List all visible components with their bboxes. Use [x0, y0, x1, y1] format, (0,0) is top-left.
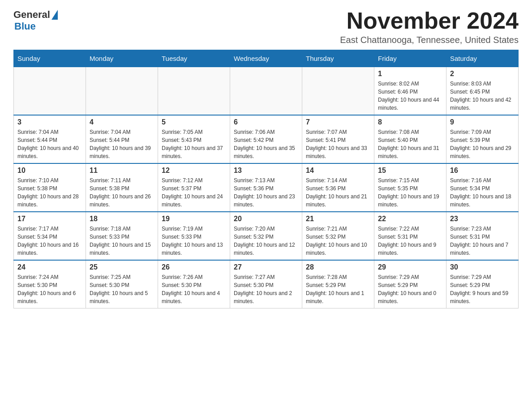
- table-row: [158, 67, 230, 116]
- day-info: Sunrise: 7:27 AM Sunset: 5:30 PM Dayligh…: [234, 273, 298, 305]
- table-row: 17Sunrise: 7:17 AM Sunset: 5:34 PM Dayli…: [14, 212, 86, 260]
- title-area: November 2024 East Chattanooga, Tennesse…: [340, 9, 519, 45]
- day-number: 28: [306, 263, 370, 271]
- calendar-week-5: 24Sunrise: 7:24 AM Sunset: 5:30 PM Dayli…: [14, 260, 519, 308]
- day-info: Sunrise: 7:04 AM Sunset: 5:44 PM Dayligh…: [17, 128, 82, 160]
- day-info: Sunrise: 7:22 AM Sunset: 5:31 PM Dayligh…: [378, 225, 442, 257]
- table-row: 20Sunrise: 7:20 AM Sunset: 5:32 PM Dayli…: [230, 212, 302, 260]
- day-number: 20: [234, 215, 298, 223]
- day-info: Sunrise: 7:06 AM Sunset: 5:42 PM Dayligh…: [234, 128, 298, 160]
- day-info: Sunrise: 7:18 AM Sunset: 5:33 PM Dayligh…: [90, 225, 154, 257]
- day-info: Sunrise: 7:23 AM Sunset: 5:31 PM Dayligh…: [450, 225, 515, 257]
- table-row: 25Sunrise: 7:25 AM Sunset: 5:30 PM Dayli…: [86, 260, 158, 308]
- month-title: November 2024: [340, 9, 519, 32]
- header-tuesday: Tuesday: [158, 50, 230, 67]
- table-row: 18Sunrise: 7:18 AM Sunset: 5:33 PM Dayli…: [86, 212, 158, 260]
- day-info: Sunrise: 7:24 AM Sunset: 5:30 PM Dayligh…: [17, 273, 82, 305]
- calendar-week-4: 17Sunrise: 7:17 AM Sunset: 5:34 PM Dayli…: [14, 212, 519, 260]
- day-number: 23: [450, 215, 515, 223]
- table-row: 30Sunrise: 7:29 AM Sunset: 5:29 PM Dayli…: [446, 260, 519, 308]
- day-number: 7: [306, 118, 370, 126]
- day-number: 18: [90, 215, 154, 223]
- day-number: 5: [162, 118, 226, 126]
- table-row: 15Sunrise: 7:15 AM Sunset: 5:35 PM Dayli…: [374, 163, 446, 212]
- table-row: 4Sunrise: 7:04 AM Sunset: 5:44 PM Daylig…: [86, 115, 158, 163]
- day-number: 22: [378, 215, 442, 223]
- page-header: General Blue November 2024 East Chattano…: [13, 9, 519, 45]
- day-info: Sunrise: 7:08 AM Sunset: 5:40 PM Dayligh…: [378, 128, 442, 160]
- table-row: 3Sunrise: 7:04 AM Sunset: 5:44 PM Daylig…: [14, 115, 86, 163]
- table-row: 21Sunrise: 7:21 AM Sunset: 5:32 PM Dayli…: [302, 212, 374, 260]
- day-number: 17: [17, 215, 82, 223]
- day-number: 3: [17, 118, 82, 126]
- table-row: 9Sunrise: 7:09 AM Sunset: 5:39 PM Daylig…: [446, 115, 519, 163]
- day-number: 11: [90, 167, 154, 175]
- calendar-header-row: Sunday Monday Tuesday Wednesday Thursday…: [14, 50, 519, 67]
- day-info: Sunrise: 7:19 AM Sunset: 5:33 PM Dayligh…: [162, 225, 226, 257]
- table-row: 27Sunrise: 7:27 AM Sunset: 5:30 PM Dayli…: [230, 260, 302, 308]
- day-number: 12: [162, 167, 226, 175]
- day-number: 26: [162, 263, 226, 271]
- day-number: 14: [306, 167, 370, 175]
- table-row: 1Sunrise: 8:02 AM Sunset: 6:46 PM Daylig…: [374, 67, 446, 116]
- table-row: 8Sunrise: 7:08 AM Sunset: 5:40 PM Daylig…: [374, 115, 446, 163]
- day-info: Sunrise: 7:10 AM Sunset: 5:38 PM Dayligh…: [17, 176, 82, 209]
- day-number: 1: [378, 70, 442, 78]
- header-saturday: Saturday: [446, 50, 519, 67]
- day-number: 21: [306, 215, 370, 223]
- day-info: Sunrise: 7:11 AM Sunset: 5:38 PM Dayligh…: [90, 176, 154, 209]
- table-row: 16Sunrise: 7:16 AM Sunset: 5:34 PM Dayli…: [446, 163, 519, 212]
- day-info: Sunrise: 7:25 AM Sunset: 5:30 PM Dayligh…: [90, 273, 154, 305]
- day-info: Sunrise: 7:15 AM Sunset: 5:35 PM Dayligh…: [378, 176, 442, 209]
- day-number: 4: [90, 118, 154, 126]
- day-number: 19: [162, 215, 226, 223]
- table-row: 26Sunrise: 7:26 AM Sunset: 5:30 PM Dayli…: [158, 260, 230, 308]
- table-row: 5Sunrise: 7:05 AM Sunset: 5:43 PM Daylig…: [158, 115, 230, 163]
- table-row: 11Sunrise: 7:11 AM Sunset: 5:38 PM Dayli…: [86, 163, 158, 212]
- day-info: Sunrise: 7:07 AM Sunset: 5:41 PM Dayligh…: [306, 128, 370, 160]
- table-row: 10Sunrise: 7:10 AM Sunset: 5:38 PM Dayli…: [14, 163, 86, 212]
- table-row: [86, 67, 158, 116]
- header-sunday: Sunday: [14, 50, 86, 67]
- day-number: 9: [450, 118, 515, 126]
- day-number: 16: [450, 167, 515, 175]
- table-row: [14, 67, 86, 116]
- day-number: 29: [378, 263, 442, 271]
- calendar-week-3: 10Sunrise: 7:10 AM Sunset: 5:38 PM Dayli…: [14, 163, 519, 212]
- table-row: 28Sunrise: 7:28 AM Sunset: 5:29 PM Dayli…: [302, 260, 374, 308]
- table-row: 23Sunrise: 7:23 AM Sunset: 5:31 PM Dayli…: [446, 212, 519, 260]
- table-row: 19Sunrise: 7:19 AM Sunset: 5:33 PM Dayli…: [158, 212, 230, 260]
- table-row: 14Sunrise: 7:14 AM Sunset: 5:36 PM Dayli…: [302, 163, 374, 212]
- day-number: 6: [234, 118, 298, 126]
- day-info: Sunrise: 7:17 AM Sunset: 5:34 PM Dayligh…: [17, 225, 82, 257]
- day-info: Sunrise: 8:02 AM Sunset: 6:46 PM Dayligh…: [378, 80, 442, 112]
- calendar-week-1: 1Sunrise: 8:02 AM Sunset: 6:46 PM Daylig…: [14, 67, 519, 116]
- day-number: 2: [450, 70, 515, 78]
- header-wednesday: Wednesday: [230, 50, 302, 67]
- day-number: 13: [234, 167, 298, 175]
- day-info: Sunrise: 7:16 AM Sunset: 5:34 PM Dayligh…: [450, 176, 515, 209]
- header-thursday: Thursday: [302, 50, 374, 67]
- table-row: 2Sunrise: 8:03 AM Sunset: 6:45 PM Daylig…: [446, 67, 519, 116]
- calendar-week-2: 3Sunrise: 7:04 AM Sunset: 5:44 PM Daylig…: [14, 115, 519, 163]
- day-info: Sunrise: 7:12 AM Sunset: 5:37 PM Dayligh…: [162, 176, 226, 209]
- day-number: 15: [378, 167, 442, 175]
- day-info: Sunrise: 7:21 AM Sunset: 5:32 PM Dayligh…: [306, 225, 370, 257]
- logo-blue-text: Blue: [14, 21, 36, 32]
- day-number: 24: [17, 263, 82, 271]
- location-subtitle: East Chattanooga, Tennessee, United Stat…: [340, 35, 519, 45]
- day-number: 25: [90, 263, 154, 271]
- table-row: [230, 67, 302, 116]
- day-info: Sunrise: 7:28 AM Sunset: 5:29 PM Dayligh…: [306, 273, 370, 305]
- day-info: Sunrise: 7:13 AM Sunset: 5:36 PM Dayligh…: [234, 176, 298, 209]
- day-info: Sunrise: 7:29 AM Sunset: 5:29 PM Dayligh…: [378, 273, 442, 305]
- day-info: Sunrise: 7:29 AM Sunset: 5:29 PM Dayligh…: [450, 273, 515, 305]
- day-info: Sunrise: 7:04 AM Sunset: 5:44 PM Dayligh…: [90, 128, 154, 160]
- table-row: 7Sunrise: 7:07 AM Sunset: 5:41 PM Daylig…: [302, 115, 374, 163]
- logo-general-text: General: [13, 9, 50, 21]
- table-row: 13Sunrise: 7:13 AM Sunset: 5:36 PM Dayli…: [230, 163, 302, 212]
- day-info: Sunrise: 7:05 AM Sunset: 5:43 PM Dayligh…: [162, 128, 226, 160]
- table-row: 6Sunrise: 7:06 AM Sunset: 5:42 PM Daylig…: [230, 115, 302, 163]
- header-friday: Friday: [374, 50, 446, 67]
- day-info: Sunrise: 7:14 AM Sunset: 5:36 PM Dayligh…: [306, 176, 370, 209]
